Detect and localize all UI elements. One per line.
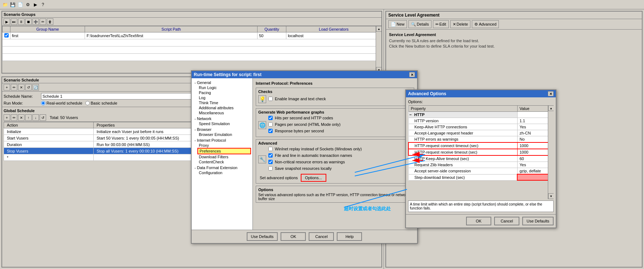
checks-group: Checks 💡 Enable Image and text check [256, 88, 414, 106]
help-icon[interactable]: ? [39, 1, 46, 8]
tree-think-time[interactable]: Think Time [197, 100, 251, 105]
sla-details-button[interactable]: 🔍 Details [408, 20, 431, 28]
tree-internet-protocol-label[interactable]: - Internet Protocol [193, 138, 251, 143]
tree-download-filters[interactable]: Download Filters [197, 154, 251, 159]
sla-new-button[interactable]: 📄 New [388, 20, 407, 28]
tree-log[interactable]: Log [197, 95, 251, 100]
tree-preferences[interactable]: Preferences [197, 148, 251, 154]
save-icon[interactable]: 💾 [9, 1, 16, 8]
runtime-content: Internet Protocol: Preferences Checks 💡 … [253, 78, 417, 230]
adv-row-accept-language[interactable]: Accept-Language request header zh-CN [408, 130, 553, 136]
step-button[interactable]: ⏭ [11, 18, 17, 25]
fileline-checkbox[interactable] [268, 153, 273, 158]
tree-data-format-label[interactable]: - Data Format Extension [193, 165, 251, 170]
tree-content-check[interactable]: ContentCheck [197, 159, 251, 164]
table-row[interactable]: first F:\loadrunnerTest\LuZhiText\first … [3, 32, 381, 39]
new-icon[interactable]: 📄 [17, 1, 24, 8]
gs-up-button[interactable]: ↑ [25, 114, 32, 121]
delete-group-button[interactable]: 🗑 [47, 18, 53, 25]
pages-checkbox[interactable] [268, 122, 273, 127]
advanced-dialog-close[interactable]: ✕ [548, 91, 554, 96]
adv-row-keepalive[interactable]: Keep-Alive HTTP connections Yes [408, 124, 553, 130]
gs-add-button[interactable]: + [4, 114, 10, 121]
sla-advanced-button[interactable]: ⚙ Advanced [472, 20, 499, 28]
edit-group-button[interactable]: ✏ [40, 18, 46, 25]
runtime-cancel-button[interactable]: Cancel [309, 232, 334, 241]
tree-general-label[interactable]: - General [193, 80, 251, 85]
runtime-ok-button[interactable]: OK [281, 232, 306, 241]
adv-row-compression[interactable]: Accept server-side compression gzip, def… [408, 168, 553, 175]
adv-row-http-errors[interactable]: HTTP errors as warnings No [408, 136, 553, 143]
adv-row-connect-timeout[interactable]: HTTP-request connect timeout (sec) 1000 [408, 142, 553, 149]
ss-edit-button[interactable]: ✏ [11, 84, 17, 91]
enable-image-checkbox[interactable] [268, 97, 273, 101]
enable-image-label: Enable Image and text check [268, 97, 326, 101]
generate-icon-row: 🌐 Hits per second and HTTP codes Pages p… [258, 116, 412, 134]
checks-title: Checks [258, 89, 412, 94]
sla-edit-button[interactable]: ✏ Edit [433, 20, 449, 28]
checks-icon: 💡 [258, 95, 266, 103]
ss-refresh-button[interactable]: 🔄 [32, 84, 39, 91]
adv-row-zlib[interactable]: Request Zlib Headers Yes [408, 162, 553, 168]
hits-checkbox[interactable] [268, 116, 273, 120]
open-icon[interactable]: 📁 [1, 1, 9, 8]
runtime-tree: - General Run Logic Pacing Log Think Tim… [192, 78, 253, 230]
pause-button[interactable]: ⏸ [18, 18, 24, 25]
adv-scroll-up[interactable]: ▲ [548, 105, 554, 111]
response-checkbox[interactable] [268, 129, 273, 133]
schedule-name-input[interactable] [41, 93, 195, 100]
pages-label: Pages per second (HTML Mode only) [268, 122, 340, 127]
tree-browser: - Browser Browser Emulation [193, 127, 251, 137]
row-checkbox[interactable] [4, 33, 9, 38]
tree-miscellaneous[interactable]: Miscellaneous [197, 110, 251, 115]
savesnapshot-checkbox[interactable] [268, 166, 273, 171]
ss-reset-button[interactable]: ↺ [25, 84, 32, 91]
adv-cancel-button[interactable]: Cancel [494, 217, 519, 225]
col-load-generators: Load Generators [286, 26, 381, 32]
gs-down-button[interactable]: ↓ [32, 114, 39, 121]
tree-configuration[interactable]: Configuration [197, 170, 251, 175]
runtime-dialog-close[interactable]: ✕ [409, 72, 415, 77]
gs-delete-button[interactable]: ✕ [18, 114, 24, 121]
settings-icon[interactable]: ⚙ [24, 1, 31, 8]
tree-additional-attributes[interactable]: Additional attributes [197, 105, 251, 110]
gs-edit-button[interactable]: ✏ [11, 114, 17, 121]
tree-run-logic[interactable]: Run Logic [197, 85, 251, 90]
tree-proxy[interactable]: Proxy [197, 143, 251, 148]
tree-network-label[interactable]: - Network [193, 116, 251, 121]
col-quantity: Quantity [258, 26, 286, 32]
adv-row-http-version[interactable]: HTTP version 1.1 [408, 118, 553, 124]
advanced-dialog: Advanced Options ✕ Options: Property Val… [405, 89, 556, 228]
realworld-radio[interactable] [41, 101, 45, 105]
noncritical-checkbox[interactable] [268, 160, 273, 164]
gs-reset-button[interactable]: ↺ [40, 114, 46, 121]
set-advanced-label: Set advanced options [260, 176, 298, 180]
play-button[interactable]: ▶ [4, 18, 10, 25]
runtime-help-button[interactable]: Help [337, 232, 362, 241]
adv-row-receive-timeout[interactable]: HTTP-request receive timeout (sec) 1000 [408, 149, 553, 155]
runtime-use-defaults-button[interactable]: Use Defaults [247, 232, 278, 241]
basic-radio[interactable] [85, 101, 90, 105]
scroll-up-button[interactable]: ▲ [376, 26, 381, 32]
tree-speed-simulation[interactable]: Speed Simulation [197, 121, 251, 126]
wininet-checkbox[interactable] [268, 147, 273, 151]
col-checkbox [3, 26, 10, 32]
stop-button[interactable]: ⏹ [25, 18, 32, 25]
tree-pacing[interactable]: Pacing [197, 90, 251, 95]
tree-browser-label[interactable]: - Browser [193, 127, 251, 132]
tree-internet-protocol: - Internet Protocol Proxy Preferences Do… [193, 137, 251, 165]
response-label: Response bytes per second [268, 129, 340, 133]
tree-browser-emulation[interactable]: Browser Emulation [197, 132, 251, 137]
ss-delete-button[interactable]: ✕ [18, 84, 24, 91]
sla-delete-button[interactable]: ✕ Delete [450, 20, 471, 28]
ss-add-button[interactable]: + [4, 84, 10, 91]
options-button[interactable]: Options... [301, 174, 326, 182]
adv-ok-button[interactable]: OK [466, 217, 491, 225]
add-group-button[interactable]: ➕ [32, 18, 39, 25]
run-icon[interactable]: ▶ [32, 1, 39, 8]
adv-row-step-download[interactable]: Step-download timeout (sec) [408, 174, 553, 180]
adv-use-defaults-button[interactable]: Use Defaults [522, 217, 554, 225]
row-group-name: first [10, 32, 85, 39]
adv-scroll-down[interactable]: ▼ [548, 193, 554, 199]
adv-row-keepalive-timeout[interactable]: HTTP Keep-Alive timeout (sec) 60 [408, 155, 553, 162]
